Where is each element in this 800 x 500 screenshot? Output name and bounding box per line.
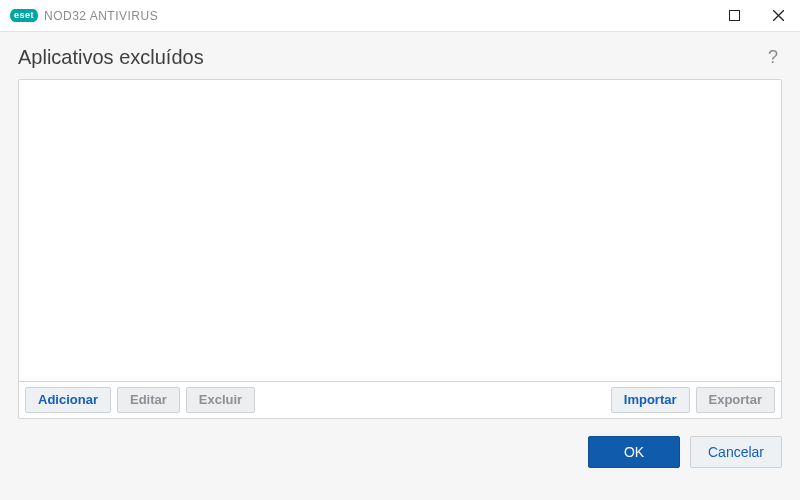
dialog-title: Aplicativos excluídos [18, 46, 204, 69]
brand-block: eset NOD32 ANTIVIRUS [10, 9, 158, 23]
maximize-button[interactable] [712, 0, 756, 31]
import-button[interactable]: Importar [611, 387, 690, 413]
cancel-button[interactable]: Cancelar [690, 436, 782, 468]
exclusions-panel: Adicionar Editar Excluir Importar Export… [18, 79, 782, 419]
ok-button[interactable]: OK [588, 436, 680, 468]
close-icon [773, 10, 784, 21]
add-button[interactable]: Adicionar [25, 387, 111, 413]
eset-logo: eset [10, 9, 38, 22]
help-button[interactable]: ? [764, 47, 782, 68]
dialog-footer: OK Cancelar [0, 419, 800, 500]
exclusions-list[interactable] [19, 80, 781, 381]
titlebar: eset NOD32 ANTIVIRUS [0, 0, 800, 32]
panel-toolbar: Adicionar Editar Excluir Importar Export… [19, 381, 781, 418]
svg-rect-0 [729, 11, 739, 21]
export-button: Exportar [696, 387, 775, 413]
delete-button: Excluir [186, 387, 255, 413]
close-button[interactable] [756, 0, 800, 31]
window-controls [712, 0, 800, 31]
product-name: NOD32 ANTIVIRUS [44, 9, 158, 23]
dialog-header: Aplicativos excluídos ? [0, 32, 800, 79]
maximize-icon [729, 10, 740, 21]
edit-button: Editar [117, 387, 180, 413]
